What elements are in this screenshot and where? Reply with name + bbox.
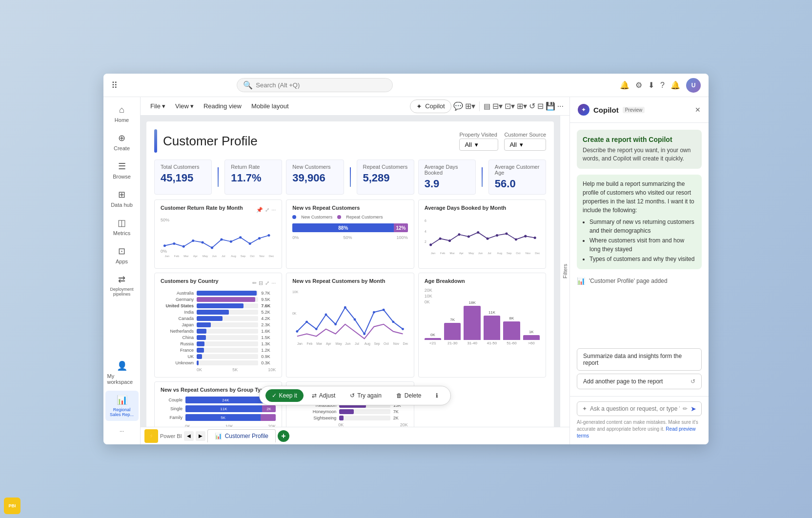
- filters-toggle[interactable]: Filters: [560, 116, 569, 427]
- visual-options-icon[interactable]: ⊞▾: [465, 101, 475, 111]
- info-button[interactable]: ℹ: [429, 389, 445, 402]
- help-icon[interactable]: ?: [660, 81, 665, 90]
- chart-return-rate: Customer Return Rate by Month 📌 ⤢ ··· 50…: [154, 199, 282, 269]
- close-icon[interactable]: ✕: [695, 106, 701, 114]
- svg-text:May: May: [203, 255, 208, 258]
- copilot-disclaimer: AI-generated content can make mistakes. …: [577, 419, 702, 439]
- avatar[interactable]: U: [686, 78, 701, 93]
- copilot-input[interactable]: [590, 405, 680, 412]
- copilot-button[interactable]: ✦ Copilot: [410, 100, 451, 113]
- country-x-axis: 0K5K10K: [161, 367, 276, 372]
- comment-icon[interactable]: 💬: [453, 101, 463, 111]
- svg-text:Mar: Mar: [183, 255, 188, 258]
- page-nav-prev[interactable]: ◀: [184, 431, 194, 441]
- sidebar-item-datahub[interactable]: ⊞ Data hub: [105, 185, 139, 212]
- send-icon[interactable]: ➤: [690, 405, 696, 413]
- honeymoon-bar-fill: [339, 409, 353, 414]
- pv-chevron-icon: ▾: [475, 141, 478, 148]
- svg-text:Jul: Jul: [222, 255, 225, 258]
- canada-bar-fill: [197, 316, 223, 321]
- try-again-button[interactable]: ↺ Try again: [344, 389, 388, 402]
- refresh-icon[interactable]: ↺: [529, 101, 535, 111]
- country-more-icon[interactable]: ···: [271, 280, 276, 286]
- sidebar-item-workspace[interactable]: 👤 My workspace: [105, 357, 139, 389]
- delete-icon: 🗑: [396, 392, 402, 399]
- france-bar-fill: [197, 348, 204, 353]
- new-customers-dot: [292, 215, 296, 219]
- copilot-body: Create a report with Copilot Describe th…: [570, 123, 709, 348]
- list-item: Unknown 0.3K: [161, 360, 276, 365]
- netherlands-bar-track: [197, 329, 258, 334]
- keep-it-button[interactable]: ✓ Keep it: [265, 389, 304, 402]
- us-bar-fill: [197, 303, 244, 308]
- toolbar-divider-1: [479, 101, 480, 111]
- paste-icon[interactable]: ⊟▾: [492, 101, 503, 111]
- sidebar-item-more[interactable]: ...: [105, 423, 139, 437]
- page-nav-next[interactable]: ▶: [196, 431, 205, 441]
- delete-button[interactable]: 🗑 Delete: [390, 389, 428, 402]
- edit-icon[interactable]: ✏: [252, 280, 257, 286]
- chart-by-country-header: Customers by Country ✏ ⊟ ⤢ ···: [161, 278, 276, 288]
- home-icon: ⌂: [119, 105, 124, 115]
- sidebar: ⌂ Home ⊕ Create ☰ Browse ⊞ Data hub ◫ Me…: [103, 97, 141, 444]
- focus-icon[interactable]: ⤢: [265, 207, 269, 213]
- settings-icon[interactable]: ⚙: [635, 80, 642, 90]
- chart-avg-days-title: Average Days Booked by Month: [425, 205, 540, 211]
- sidebar-item-browse[interactable]: ☰ Browse: [105, 157, 139, 183]
- filters-toggle-label: Filters: [562, 264, 568, 279]
- view-chevron-icon: ▾: [190, 102, 194, 110]
- reading-view-btn[interactable]: Reading view: [200, 100, 245, 112]
- list-item: Couple 24K 3K: [161, 397, 276, 403]
- file-menu[interactable]: File ▾: [146, 100, 169, 112]
- india-bar-track: [197, 310, 258, 315]
- info-icon: ℹ: [436, 392, 438, 399]
- view-menu[interactable]: View ▾: [171, 100, 198, 112]
- expand-icon[interactable]: ⤢: [265, 280, 269, 286]
- format-icon[interactable]: ▤: [484, 102, 490, 111]
- japan-bar-fill: [197, 322, 211, 327]
- more-icon[interactable]: ···: [271, 207, 276, 213]
- property-visited-filter: Property Visited All ▾: [459, 132, 498, 151]
- svg-text:Dec: Dec: [269, 255, 274, 258]
- copilot-header: ✦ Copilot Preview ✕: [570, 97, 709, 123]
- duplicate-icon[interactable]: ⊟: [537, 101, 544, 111]
- suggestion-summarize[interactable]: Summarize data and insights form the rep…: [577, 348, 702, 371]
- repeat-customers-bar-segment: 12%: [394, 223, 407, 232]
- pin-icon[interactable]: 📌: [256, 207, 263, 213]
- sidebar-item-deployment[interactable]: ⇄ Deployment pipelines: [105, 270, 139, 300]
- search-icon: 🔍: [243, 80, 253, 90]
- sidebar-item-apps[interactable]: ⊡ Apps: [105, 242, 139, 268]
- screen-icon[interactable]: ⊡▾: [505, 101, 515, 111]
- chart-avg-days: Average Days Booked by Month 6 4 2: [418, 199, 546, 269]
- more-options-icon[interactable]: ···: [557, 102, 564, 111]
- create-icon: ⊕: [118, 133, 125, 143]
- alerts-icon[interactable]: 🔔: [670, 80, 680, 90]
- mobile-layout-btn[interactable]: Mobile layout: [247, 100, 293, 112]
- table-icon[interactable]: ⊟: [259, 280, 263, 286]
- kpi-repeat-customers: Repeat Customers 5,289: [357, 159, 414, 195]
- suggestion-add-page[interactable]: Add another page to the report ↺: [577, 374, 702, 389]
- save-icon[interactable]: 💾: [546, 101, 555, 111]
- toolbar: File ▾ View ▾ Reading view Mobile layout…: [141, 97, 569, 116]
- sidebar-item-regional[interactable]: 📊 Regional Sales Rep...: [105, 391, 139, 421]
- svg-text:4: 4: [425, 230, 426, 233]
- group-type-x-axis: 0K10K20K: [161, 424, 276, 427]
- search-bar[interactable]: 🔍: [237, 78, 393, 92]
- property-visited-dropdown[interactable]: All ▾: [459, 139, 498, 151]
- russia-bar-fill: [197, 341, 204, 346]
- add-icon[interactable]: ⊞▾: [517, 101, 527, 111]
- svg-point-7: [230, 240, 232, 243]
- customer-source-dropdown[interactable]: All ▾: [504, 139, 546, 151]
- adjust-button[interactable]: ⇄ Adjust: [305, 389, 342, 402]
- add-page-button[interactable]: +: [278, 430, 289, 442]
- search-input[interactable]: [256, 81, 344, 89]
- tab-customer-profile[interactable]: 📊 Customer Profile: [207, 429, 276, 442]
- svg-point-54: [325, 314, 327, 316]
- waffle-icon[interactable]: ⠿: [111, 80, 118, 91]
- download-icon[interactable]: ⬇: [648, 80, 654, 90]
- sidebar-item-create[interactable]: ⊕ Create: [105, 129, 139, 155]
- sidebar-item-metrics[interactable]: ◫ Metrics: [105, 214, 139, 240]
- honeymoon-bar-track: [339, 409, 390, 414]
- notification-icon[interactable]: 🔔: [620, 80, 629, 90]
- sidebar-item-home[interactable]: ⌂ Home: [105, 101, 139, 127]
